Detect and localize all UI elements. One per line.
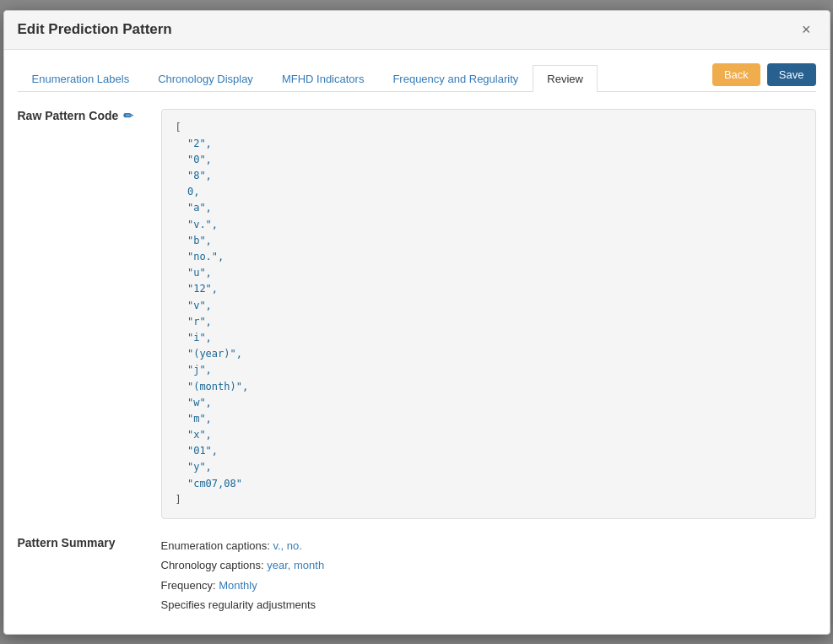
frequency-line: Frequency: Monthly <box>161 576 816 595</box>
back-button[interactable]: Back <box>712 63 760 86</box>
edit-icon[interactable]: ✏ <box>123 109 133 122</box>
raw-pattern-section: Raw Pattern Code ✏ [ "2", "0", "8", 0, "… <box>18 109 816 520</box>
tabs-and-actions: Enumeration Labels Chronology Display MF… <box>18 63 816 92</box>
modal-overlay: Edit Prediction Pattern × Enumeration La… <box>0 0 833 644</box>
edit-prediction-pattern-modal: Edit Prediction Pattern × Enumeration La… <box>3 10 830 635</box>
code-line-15: "j", <box>176 364 212 376</box>
tab-frequency-regularity[interactable]: Frequency and Regularity <box>378 65 533 92</box>
pattern-summary-content: Enumeration captions: v., no. Chronology… <box>161 536 816 615</box>
code-line-19: "x", <box>176 429 212 441</box>
modal-header: Edit Prediction Pattern × <box>4 11 830 50</box>
code-line-4: 0, <box>176 186 200 198</box>
code-line-12: "r", <box>176 316 212 327</box>
enumeration-captions-line: Enumeration captions: v., no. <box>161 536 816 555</box>
chronology-captions-line: Chronology captions: year, month <box>161 555 816 575</box>
action-buttons: Back Save <box>712 63 816 91</box>
enumeration-prefix: Enumeration captions: <box>161 539 273 552</box>
code-line-21: "y", <box>176 461 212 473</box>
frequency-prefix: Frequency: <box>161 579 219 592</box>
close-bracket: ] <box>176 494 181 506</box>
code-line-20: "01", <box>176 445 219 457</box>
regularity-text: Specifies regularity adjustments <box>161 598 316 611</box>
code-line-11: "v", <box>176 300 212 311</box>
code-line-13: "i", <box>176 332 212 344</box>
enumeration-value: v., no. <box>273 539 301 552</box>
modal-body: Enumeration Labels Chronology Display MF… <box>4 50 830 629</box>
code-line-7: "b", <box>176 235 212 246</box>
code-line-9: "u", <box>176 267 212 279</box>
raw-pattern-code-box: [ "2", "0", "8", 0, "a", "v.", "b", "no.… <box>161 109 816 520</box>
modal-title: Edit Prediction Pattern <box>18 21 172 38</box>
pattern-summary-section: Pattern Summary Enumeration captions: v.… <box>18 536 816 615</box>
code-line-14: "(year)", <box>176 348 242 360</box>
code-line-2: "0", <box>176 154 212 165</box>
raw-pattern-label-area: Raw Pattern Code ✏ <box>18 109 144 520</box>
code-line-8: "no.", <box>176 251 224 262</box>
tab-chronology-display[interactable]: Chronology Display <box>143 65 268 92</box>
regularity-line: Specifies regularity adjustments <box>161 595 816 614</box>
code-line-5: "a", <box>176 202 212 214</box>
raw-pattern-label: Raw Pattern Code ✏ <box>18 109 144 122</box>
raw-pattern-label-text: Raw Pattern Code <box>18 109 119 122</box>
code-line-3: "8", <box>176 170 212 181</box>
code-line-6: "v.", <box>176 219 219 230</box>
code-line-10: "12", <box>176 283 219 295</box>
tab-review[interactable]: Review <box>533 65 598 92</box>
tab-enumeration-labels[interactable]: Enumeration Labels <box>18 65 144 92</box>
frequency-value: Monthly <box>219 579 257 592</box>
save-button[interactable]: Save <box>767 63 816 86</box>
tab-mfhd-indicators[interactable]: MFHD Indicators <box>268 65 379 92</box>
chronology-value: year, month <box>267 559 324 571</box>
code-line-17: "w", <box>176 397 212 409</box>
chronology-prefix: Chronology captions: <box>161 559 268 571</box>
pattern-summary-label: Pattern Summary <box>18 536 144 615</box>
code-line-22: "cm07,08" <box>176 478 242 490</box>
close-button[interactable]: × <box>797 19 816 41</box>
code-line-16: "(month)", <box>176 381 249 392</box>
open-bracket: [ <box>176 122 181 133</box>
tabs-container: Enumeration Labels Chronology Display MF… <box>18 64 598 91</box>
code-line-18: "m", <box>176 413 212 425</box>
code-line-1: "2", <box>176 138 212 149</box>
